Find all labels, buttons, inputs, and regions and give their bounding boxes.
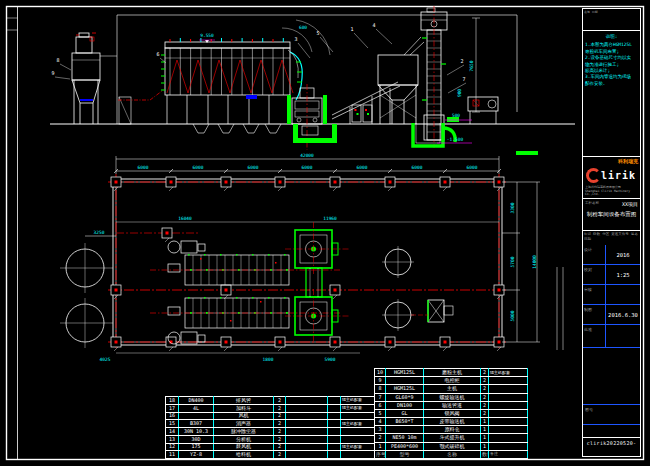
dim-label: 9.550 (200, 33, 214, 38)
plan-cyclones (382, 246, 414, 331)
bom-cell-no: 2 (375, 434, 386, 442)
dim-label: 6000 (248, 165, 259, 170)
bom-cell-empty (286, 420, 328, 428)
dim-label: 11960 (323, 216, 337, 221)
bom-cell-empty (286, 443, 328, 451)
titleblock-row: 校对1:25 (583, 265, 640, 285)
titleblock-value: 1:25 (606, 265, 640, 284)
bom-cell-empty (286, 428, 328, 436)
bom-cell-name: 加料斗 (214, 404, 274, 412)
bom-cell-no: 11 (166, 451, 179, 459)
dim-label: 900 (457, 89, 462, 97)
bom-cell-no: 8 (375, 385, 386, 393)
titleblock-label: 制图 (583, 305, 606, 324)
titleblock-label: 校对 (583, 265, 606, 284)
bom-cell-empty (286, 412, 328, 420)
plan-mills (285, 222, 350, 343)
dim-label: 6000 (412, 165, 423, 170)
bom-cell-qty: 2 (481, 401, 489, 409)
grid-marker (385, 177, 395, 191)
bom-cell-remark: 随主机配套 (341, 420, 375, 428)
dim-label: 6000 (467, 165, 478, 170)
grid-marker (221, 285, 231, 299)
bom-cell-model: 型号 (386, 450, 424, 458)
bom-cell-remark: 随主机配套 (341, 404, 375, 412)
drawing-title: 制粉车间设备布置图 (583, 211, 640, 218)
bom-cell-qty: 2 (274, 451, 286, 459)
dim-label: 500 (452, 113, 460, 118)
bom-cell-model: GL60*9 (386, 393, 424, 401)
bom-cell-empty (328, 428, 341, 436)
bom-cell-model: 30D (179, 435, 214, 443)
bom-cell-model: YZ-8 (179, 451, 214, 459)
titleblock-row: 设计2016 (583, 245, 640, 265)
bom-cell-remark (341, 451, 375, 459)
bom-cell-name: 给料机 (214, 451, 274, 459)
titleblock-value: 2016.6.30 (606, 305, 640, 324)
bom-cell-remark: 随主机配套 (489, 369, 528, 377)
dim-label: 5700 (510, 256, 515, 267)
dim-label: 6000 (302, 165, 313, 170)
bom-cell-empty (328, 443, 341, 451)
bom-cell-model: DN100 (386, 401, 424, 409)
bom-cell-name: 磨粉主机 (424, 369, 481, 377)
bom-cell-name: 排风管 (214, 397, 274, 405)
dim-label: 5900 (325, 357, 336, 362)
bom-cell-remark (489, 377, 528, 385)
bom-cell-name: 消声器 (214, 420, 274, 428)
dim-label: 3250 (94, 230, 105, 235)
balloon-number: 3 (294, 36, 297, 42)
baghouse-filter (161, 20, 330, 133)
dim-label: 3300 (510, 202, 515, 213)
bom-cell-remark (341, 412, 375, 420)
blank-cell-2 (583, 425, 640, 438)
project-label: 工程名称 (585, 201, 599, 207)
grid-marker (221, 177, 231, 191)
notes-block: 说明: 1.本图为两台HGM125L 磨粉机车间布置;2.设备基础尺寸均以实 物… (583, 31, 640, 156)
bom-cell-no: 3 (375, 426, 386, 434)
bom-cell-qty: 2 (481, 393, 489, 401)
bom-cell-qty: 1 (481, 442, 489, 450)
grid-marker (275, 337, 285, 351)
dim-label: 6000 (193, 165, 204, 170)
bom-cell-no: 16 (166, 412, 179, 420)
balloon-number: 4 (372, 22, 375, 28)
bom-cell-no: 13 (166, 435, 179, 443)
bom-cell-qty: 2 (274, 404, 286, 412)
titleblock-value (606, 285, 640, 304)
bucket-elevator (413, 6, 459, 148)
bom-cell-model (179, 412, 214, 420)
bom-cell-remark (489, 393, 528, 401)
bom-cell-remark (489, 426, 528, 434)
grid-marker (494, 285, 504, 299)
bom-cell-name: 主机 (424, 385, 481, 393)
bom-cell-remark (489, 385, 528, 393)
elevation-view (50, 6, 575, 155)
company-address: 上海科利瑞克机器有限公司 Shanghai Clirik Machinery C… (585, 186, 640, 197)
bom-cell-model: HGM125L (386, 385, 424, 393)
watermark: clirik20220520-USA (583, 438, 640, 449)
bom-cell-no: 12 (166, 443, 179, 451)
grid-marker (275, 177, 285, 191)
bom-cell-empty (328, 412, 341, 420)
titleblock-label: 设计 (583, 245, 606, 264)
bom-cell-no: 序号 (375, 450, 386, 458)
bom-cell-name: 电控柜 (424, 377, 481, 385)
bom-cell-no: 9 (375, 377, 386, 385)
bom-cell-model (386, 426, 424, 434)
bom-cell-empty (328, 420, 341, 428)
mill-unit (246, 84, 337, 150)
grid-marker (385, 337, 395, 351)
titleblock-value (606, 325, 640, 347)
titleblock-row: 审核 (583, 285, 640, 305)
bom-cell-name: 原料仓 (424, 426, 481, 434)
dim-label: 14000 (532, 255, 537, 269)
bom-cell-model: DN400 (179, 397, 214, 405)
blank-cell (583, 348, 640, 405)
bom-cell-qty: 2 (481, 369, 489, 377)
logo-block: 科利瑞克 lirik 上海科利瑞克机器有限公司 Shanghai Clirik … (583, 156, 640, 198)
bom-cell-model: GL (386, 409, 424, 417)
bom-cell-remark: 随主机配套 (341, 397, 375, 405)
titleblock-value: 2016 (606, 245, 640, 264)
grid-marker (330, 177, 340, 191)
